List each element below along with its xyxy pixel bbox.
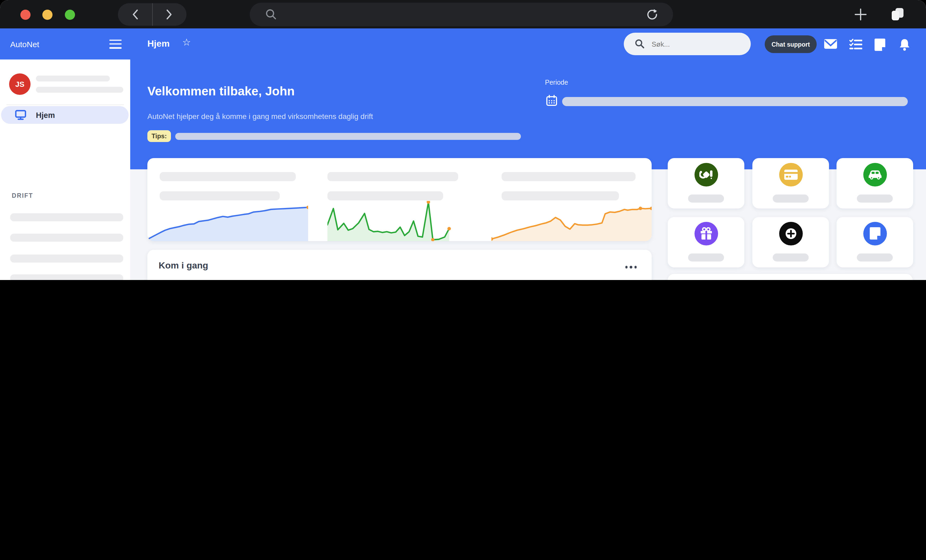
handshake-icon (694, 163, 718, 186)
nav-skeleton (10, 274, 123, 280)
app-window: AutoNet Hjem ☆ Chat support Velkommen ti… (0, 0, 926, 280)
tips-badge: Tips: (147, 130, 171, 142)
search-input[interactable] (651, 39, 736, 48)
brand-logo[interactable]: AutoNet (10, 39, 39, 48)
sidebar-divider (6, 104, 124, 105)
zoom-window-icon[interactable] (65, 10, 75, 20)
quick-action-payment[interactable] (752, 158, 829, 209)
qa-label-skeleton (857, 195, 893, 203)
periode-label: Periode (545, 79, 568, 86)
plus-circle-icon (779, 222, 802, 245)
profile-company-skeleton (36, 87, 123, 93)
gift-icon (694, 222, 718, 245)
credit-card-icon (779, 163, 802, 186)
mail-icon[interactable] (824, 39, 838, 50)
latest-news-card: Siste nytt n (668, 274, 912, 280)
quick-action-add[interactable] (752, 217, 829, 267)
hero-banner: Velkommen tilbake, John AutoNet hjelper … (130, 59, 926, 170)
stat-skeleton (502, 191, 619, 200)
nav-skeleton (10, 234, 123, 242)
sidebar-item-label: Hjem (36, 110, 55, 119)
back-chevron-icon (133, 10, 137, 19)
favorite-star-icon[interactable]: ☆ (182, 36, 191, 48)
qa-label-skeleton (688, 253, 724, 262)
notes-icon[interactable] (875, 39, 885, 51)
periode-input-placeholder[interactable] (562, 97, 908, 106)
global-search[interactable] (624, 33, 751, 55)
forward-button[interactable] (153, 3, 186, 26)
sparkline-orange (492, 203, 652, 241)
card-menu-icon[interactable] (625, 266, 637, 268)
quick-action-gift[interactable] (668, 217, 744, 267)
qa-label-skeleton (857, 253, 893, 262)
getting-started-card: Kom i gang + + + + (147, 250, 652, 280)
sparkline-blue (147, 205, 308, 241)
sidebar: JS Hjem DRIFT CRM WEB RAPPORTER (0, 59, 130, 280)
close-window-icon[interactable] (20, 10, 30, 20)
stat-skeleton (327, 191, 443, 200)
minimize-window-icon[interactable] (42, 10, 53, 20)
tips-placeholder-bar (175, 133, 521, 140)
qa-label-skeleton (773, 195, 809, 203)
search-icon (634, 39, 645, 49)
sidebar-item-hjem[interactable]: Hjem (1, 106, 129, 124)
qa-label-skeleton (773, 253, 809, 262)
menu-toggle-icon[interactable] (109, 39, 122, 48)
card-title: Kom i gang (159, 260, 208, 271)
nav-skeleton (10, 213, 123, 221)
browser-chrome (0, 0, 926, 29)
stats-card (147, 158, 652, 241)
profile-name-skeleton (36, 76, 110, 82)
refresh-icon[interactable] (646, 9, 658, 20)
stat-skeleton (502, 172, 635, 181)
welcome-subtitle: AutoNet hjelper deg å komme i gang med v… (147, 112, 373, 121)
section-label-drift: DRIFT (12, 192, 33, 199)
task-list-icon[interactable] (849, 39, 862, 50)
stat-skeleton (327, 172, 458, 181)
monitor-icon (15, 110, 26, 120)
address-bar[interactable] (250, 3, 673, 26)
welcome-title: Velkommen tilbake, John (147, 84, 295, 98)
sparkline-green (327, 201, 476, 241)
quick-action-note[interactable] (837, 217, 913, 267)
car-icon (863, 163, 887, 186)
qa-label-skeleton (688, 195, 724, 203)
stat-skeleton (160, 172, 296, 181)
app-header: AutoNet Hjem ☆ Chat support (0, 29, 926, 59)
quick-action-handshake[interactable] (668, 158, 744, 209)
avatar[interactable]: JS (9, 73, 30, 95)
nav-button-group (118, 3, 186, 26)
tab-overview-icon[interactable] (891, 8, 907, 21)
calendar-icon[interactable] (546, 95, 557, 106)
nav-skeleton (10, 254, 123, 263)
quick-action-vehicle[interactable] (837, 158, 913, 209)
back-button[interactable] (118, 3, 152, 26)
forward-chevron-icon (168, 10, 171, 19)
page-title: Hjem (147, 39, 169, 49)
new-tab-icon[interactable] (853, 7, 868, 22)
note-icon (863, 222, 887, 245)
chat-support-button[interactable]: Chat support (765, 35, 817, 53)
search-icon (265, 8, 278, 21)
stat-skeleton (160, 191, 280, 200)
bell-icon[interactable] (899, 39, 911, 51)
